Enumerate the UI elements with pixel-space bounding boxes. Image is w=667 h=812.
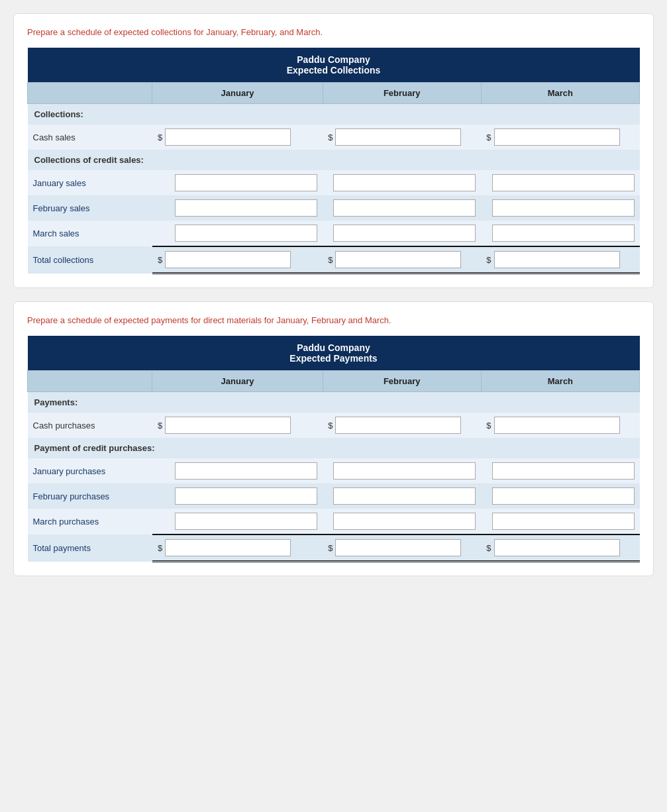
total-collections-mar-input[interactable]: [494, 251, 620, 268]
cash-purchases-mar-input[interactable]: [494, 417, 620, 434]
total-payments-mar-input[interactable]: [494, 539, 620, 556]
col-february-1: February: [323, 83, 481, 104]
march-sales-label: March sales: [28, 221, 152, 246]
total-payments-row: Total payments $ $ $: [28, 534, 640, 562]
payments-instruction: Prepare a schedule of expected payments …: [27, 315, 640, 325]
mar-purch-mar-input[interactable]: [492, 513, 635, 530]
col-january-2: January: [152, 371, 323, 392]
february-sales-row: February sales: [28, 195, 640, 221]
dollar-sign: $: [328, 255, 333, 265]
january-sales-label: January sales: [28, 170, 152, 195]
cash-purchases-feb-input[interactable]: [335, 417, 461, 434]
total-collections-jan-input[interactable]: [165, 251, 291, 268]
dollar-sign: $: [158, 132, 162, 142]
mar-purch-jan-input[interactable]: [175, 513, 317, 530]
credit-purchases-header-row: Payment of credit purchases:: [28, 438, 640, 458]
payments-card: Prepare a schedule of expected payments …: [13, 301, 654, 576]
credit-purchases-label: Payment of credit purchases:: [28, 438, 640, 458]
col-march-1: March: [481, 83, 639, 104]
january-purchases-label: January purchases: [28, 458, 152, 483]
feb-purch-feb-input[interactable]: [333, 487, 476, 505]
jan-purch-feb-input[interactable]: [333, 462, 476, 480]
feb-purch-jan-input[interactable]: [175, 487, 317, 505]
payments-company-title: Paddu Company Expected Payments: [28, 336, 640, 371]
jan-sales-jan-input[interactable]: [175, 174, 317, 191]
mar-sales-mar-input[interactable]: [492, 225, 635, 242]
cash-sales-jan-input[interactable]: [165, 128, 291, 146]
credit-sales-label: Collections of credit sales:: [28, 150, 640, 170]
february-purchases-row: February purchases: [28, 483, 640, 509]
february-sales-label: February sales: [28, 195, 152, 221]
mar-sales-feb-input[interactable]: [333, 225, 476, 242]
feb-purch-mar-input[interactable]: [492, 487, 635, 505]
payments-table: Paddu Company Expected Payments January …: [27, 336, 640, 562]
dollar-sign: $: [486, 421, 491, 431]
jan-sales-feb-input[interactable]: [333, 174, 476, 191]
mar-purch-feb-input[interactable]: [333, 513, 476, 530]
dollar-sign: $: [328, 543, 333, 553]
cash-sales-mar-input[interactable]: [494, 128, 620, 146]
jan-purch-mar-input[interactable]: [492, 462, 635, 480]
collections-card: Prepare a schedule of expected collectio…: [13, 13, 654, 288]
col-february-2: February: [323, 371, 481, 392]
dollar-sign: $: [328, 421, 333, 431]
cash-purchases-label: Cash purchases: [28, 413, 152, 438]
cash-sales-label: Cash sales: [28, 125, 152, 150]
dollar-sign: $: [328, 132, 333, 142]
collections-instruction: Prepare a schedule of expected collectio…: [27, 27, 640, 37]
march-sales-row: March sales: [28, 221, 640, 246]
march-purchases-label: March purchases: [28, 509, 152, 534]
dollar-sign: $: [158, 543, 162, 553]
dollar-sign: $: [486, 132, 491, 142]
january-sales-row: January sales: [28, 170, 640, 195]
jan-purch-jan-input[interactable]: [175, 462, 317, 480]
total-collections-label: Total collections: [28, 246, 152, 274]
payments-header-row: Payments:: [28, 392, 640, 413]
total-collections-row: Total collections $ $ $: [28, 246, 640, 274]
dollar-sign: $: [158, 255, 162, 265]
dollar-sign: $: [486, 255, 491, 265]
feb-sales-jan-input[interactable]: [175, 199, 317, 217]
payments-label: Payments:: [28, 392, 640, 413]
february-purchases-label: February purchases: [28, 483, 152, 509]
cash-sales-row: Cash sales $ $ $: [28, 125, 640, 150]
collections-company-title: Paddu Company Expected Collections: [28, 48, 640, 83]
cash-purchases-jan-input[interactable]: [165, 417, 291, 434]
dollar-sign: $: [486, 543, 491, 553]
feb-sales-mar-input[interactable]: [492, 199, 635, 217]
collections-header-row: Collections:: [28, 104, 640, 125]
credit-sales-header-row: Collections of credit sales:: [28, 150, 640, 170]
total-payments-label: Total payments: [28, 534, 152, 562]
march-purchases-row: March purchases: [28, 509, 640, 534]
collections-label: Collections:: [28, 104, 640, 125]
total-payments-jan-input[interactable]: [165, 539, 291, 556]
jan-sales-mar-input[interactable]: [492, 174, 635, 191]
dollar-sign: $: [158, 421, 162, 431]
total-payments-feb-input[interactable]: [335, 539, 461, 556]
cash-sales-feb-input[interactable]: [335, 128, 461, 146]
total-collections-feb-input[interactable]: [335, 251, 461, 268]
january-purchases-row: January purchases: [28, 458, 640, 483]
feb-sales-feb-input[interactable]: [333, 199, 476, 217]
cash-purchases-row: Cash purchases $ $ $: [28, 413, 640, 438]
mar-sales-jan-input[interactable]: [175, 225, 317, 242]
col-march-2: March: [481, 371, 639, 392]
col-january-1: January: [152, 83, 323, 104]
collections-table: Paddu Company Expected Collections Janua…: [27, 48, 640, 274]
